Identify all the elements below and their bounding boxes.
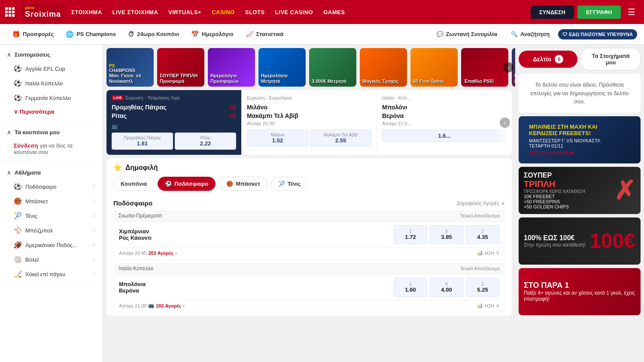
sports-header[interactable]: ∧ Αθλήματα bbox=[0, 166, 103, 179]
banner-ps5-prize[interactable]: Έπαθλο PS5! bbox=[461, 48, 508, 87]
markets-arrow-2[interactable]: › bbox=[183, 303, 185, 308]
h2h-button-2[interactable]: 📊 H2H ∨ bbox=[477, 303, 499, 308]
nav-casino[interactable]: CASINO bbox=[212, 9, 235, 15]
odd-button-milano[interactable]: Μιλάνο 1.52 bbox=[247, 130, 308, 147]
tab-coupons[interactable]: Κουπόνια bbox=[113, 177, 154, 191]
subnav-pschampions[interactable]: 🌐 PS Champions bbox=[61, 28, 121, 41]
odd-x-bologna[interactable]: Χ 4.00 bbox=[430, 278, 463, 297]
banner-3k[interactable]: 3.000€ Μετρητά bbox=[309, 48, 356, 87]
nav-links: ΣΤΟΙΧΗΜΑ LIVE ΣΤΟΙΧΗΜΑ VIRTUALS+ CASINO … bbox=[71, 9, 527, 15]
sidebar-item-efl[interactable]: ⚽ Αγγλία EFL Cup bbox=[0, 61, 103, 76]
banner-offer[interactable]: Ημερολόγιο Προσφορών bbox=[208, 48, 255, 87]
nav-stoixima[interactable]: ΣΤΟΙΧΗΜΑ bbox=[71, 9, 102, 15]
nav-livecasino[interactable]: LIVE CASINO bbox=[275, 9, 313, 15]
odd-2-hibernian[interactable]: 2 4.35 bbox=[466, 225, 499, 244]
star-icon-tennis[interactable]: ✩ bbox=[91, 213, 96, 219]
odd-2-bologna[interactable]: 2 5.25 bbox=[466, 278, 499, 297]
banner-magic-wheel[interactable]: Μαγικός Τροχός bbox=[360, 48, 407, 87]
sidebar-item-italy-cup[interactable]: ⚽ Ιταλία Κύπελλο bbox=[0, 76, 103, 90]
tab-tennis[interactable]: 🎾 Τένις bbox=[271, 177, 308, 191]
my-bets-button[interactable]: Τα Στοιχήματά μου bbox=[581, 48, 641, 70]
right-panel: Δελτίο 0 Τα Στοιχήματά μου Το δελτίο σου… bbox=[515, 45, 644, 362]
live-card-milano: Ευρώπη - Ευρωλίγκα Μιλάνο Μακάμπι Τελ Αβ… bbox=[242, 90, 377, 155]
match-row-hibernian: Χιμπέρνιαν Ρος Κάουντι 1 1.72 Χ 3.85 bbox=[113, 221, 505, 248]
star-icon-american-football[interactable]: ✩ bbox=[91, 242, 96, 248]
subnav-calendar[interactable]: 📅 Ημερολόγιο bbox=[186, 28, 238, 41]
sidebar-sport-football[interactable]: ⚽ Ποδόσφαιρο ✩ bbox=[0, 179, 103, 194]
markets-link-2[interactable]: 202 Αγορές bbox=[156, 303, 181, 308]
shortcuts-more[interactable]: ∨ Περισσότερα bbox=[0, 105, 103, 118]
shortcuts-header[interactable]: ∧ Συντομεύσεις bbox=[0, 48, 103, 61]
sidebar-sport-tennis[interactable]: 🎾 Τένις ✩ bbox=[0, 208, 103, 223]
coupon-login-link[interactable]: Σύνδεση bbox=[14, 142, 38, 149]
promo-card-super-triple[interactable]: ΣΟΥΠΕΡ ΤΡΙΠΛΗ ΠΡΟΣΦΟΡΑ ΧΩΡΙΣ ΚΑΤΑΘΕΣΗ 10… bbox=[519, 167, 641, 214]
promo-card-para1[interactable]: ΣΤΟ ΠΑΡΑ 1 Παίξε 4+ αγώνες και αν χάσεις… bbox=[519, 268, 641, 315]
responsible-gambling-badge[interactable]: 🛡 ΕΔΩ ΠΑΙΖΟΥΜΕ ΥΠΕΥΘΥΝΑ bbox=[558, 29, 637, 39]
sidebar-sport-hockey[interactable]: 🏒 Χόκεϊ επί πάγου ✩ bbox=[0, 267, 103, 281]
chevron-down-icon-markets: ∨ bbox=[501, 200, 505, 206]
nav-live[interactable]: LIVE ΣΤΟΙΧΗΜΑ bbox=[112, 9, 158, 15]
betslip-button[interactable]: Δελτίο 0 bbox=[519, 51, 577, 68]
my-coupons-header[interactable]: ∧ Τα κουπόνια μου bbox=[0, 126, 103, 139]
subnav-calendar-label: Ημερολόγιο bbox=[202, 31, 233, 37]
live-card-header-1: LIVE Ευρώπη - Τσάμπιονς Λιγκ bbox=[112, 95, 236, 100]
promo-inner-para1: ΣΤΟ ΠΑΡΑ 1 Παίξε 4+ αγώνες και αν χάσεις… bbox=[519, 268, 641, 315]
promo-triple-x-icon: ✗ bbox=[614, 175, 635, 205]
tab-tennis-icon: 🎾 bbox=[278, 181, 285, 187]
banner-calendar[interactable]: Ημερολόγιο Μετρητά bbox=[258, 48, 306, 87]
star-icon-football[interactable]: ✩ bbox=[91, 184, 96, 190]
chat-label: Ζωντανή Συνομιλία bbox=[446, 31, 497, 37]
sidebar-sport-volleyball[interactable]: 🏐 Βόλεϊ ✩ bbox=[0, 252, 103, 267]
search-button[interactable]: 🔍 Αναζήτηση bbox=[506, 28, 555, 40]
h2h-button-1[interactable]: 📊 H2H ∨ bbox=[477, 250, 499, 256]
hamburger-menu-button[interactable]: ☰ bbox=[624, 5, 639, 19]
odd-1-bologna[interactable]: 1 1.60 bbox=[394, 278, 427, 297]
promo-card-freebets[interactable]: ΜΠΑΙΝΕΙΣ ΣΤΗ ΜΑΧΗ ΚΑΙ ΚΕΡΔΙΖΕΙΣ FREEBETS… bbox=[519, 116, 641, 163]
sport-volleyball-label: Βόλεϊ bbox=[25, 256, 39, 263]
nav-virtuals[interactable]: VIRTUALS+ bbox=[168, 9, 201, 15]
odd-button-maccabi[interactable]: Μακάμπι Τελ Αβίβ 2.55 bbox=[310, 130, 371, 147]
odd-button-bologna[interactable]: 1.6... bbox=[382, 130, 507, 142]
live-chat-button[interactable]: 💬 Ζωντανή Συνομιλία bbox=[431, 28, 502, 40]
star-icon-baseball[interactable]: ✩ bbox=[91, 227, 96, 233]
odd-x-hibernian[interactable]: Χ 3.85 bbox=[430, 225, 463, 244]
banner-super-triple[interactable]: ΣΟΥΠΕΡ ΤΡΙΠΛΗ Προσφορά bbox=[157, 48, 204, 87]
tab-football[interactable]: ⚽ Ποδόσφαιρο bbox=[158, 177, 216, 191]
logo[interactable]: game Sroixima bbox=[21, 4, 64, 21]
carousel-next-live[interactable]: › bbox=[500, 118, 510, 128]
sidebar-sport-american-football[interactable]: 🏈 Αμερικάνικο Ποδός... ✩ bbox=[0, 238, 103, 252]
odd-button-promethe[interactable]: Προμηθέας Πάτρας 1.61 bbox=[112, 133, 173, 150]
nav-slots[interactable]: SLOTS bbox=[245, 9, 265, 15]
tv-icon-1[interactable]: 📺 bbox=[112, 123, 118, 129]
promo-triple-text: ΣΟΥΠΕΡ ΤΡΙΠΛΗ ΠΡΟΣΦΟΡΑ ΧΩΡΙΣ ΚΑΤΑΘΕΣΗ 10… bbox=[524, 172, 609, 209]
gift-icon: 🎁 bbox=[12, 30, 20, 38]
my-coupons-section: ∧ Τα κουπόνια μου Σύνδεση για να δεις τα… bbox=[0, 122, 103, 163]
markets-arrow-1[interactable]: › bbox=[175, 250, 177, 256]
register-button[interactable]: ΕΓΓΡΑΦΗ bbox=[577, 6, 621, 19]
subnav-stats[interactable]: 📈 Στατιστικά bbox=[240, 28, 289, 41]
live-league-2: Ευρώπη - Ευρωλίγκα bbox=[247, 95, 292, 100]
promo-freebets-cta[interactable]: ΕΝΤAΞΕ ΔΩΡΕΑΝ ▶ bbox=[529, 150, 630, 156]
subnav-24coupon[interactable]: ⏱ 24ωρο Κουπόνι bbox=[123, 28, 184, 40]
grid-menu-icon[interactable] bbox=[5, 7, 15, 17]
subnav-offers[interactable]: 🎁 Προσφορές bbox=[7, 28, 59, 41]
star-icon-hockey[interactable]: ✩ bbox=[91, 271, 96, 277]
match-odds-1: 1 1.72 Χ 3.85 2 4.35 bbox=[394, 225, 499, 244]
nav-games[interactable]: GAMES bbox=[323, 9, 345, 15]
star-icon-basketball[interactable]: ✩ bbox=[91, 198, 96, 204]
popular-markets-dropdown[interactable]: Δημοφιλείς Αγορές ∨ bbox=[456, 200, 505, 206]
banner-60-freespins[interactable]: 60 Free Spins bbox=[410, 48, 458, 87]
odd-1-hibernian[interactable]: 1 1.72 bbox=[394, 225, 427, 244]
sidebar-sport-baseball[interactable]: ⚾ Μπέιζμπολ ✩ bbox=[0, 223, 103, 238]
sidebar-sport-basketball[interactable]: 🏀 Μπάσκετ ✩ bbox=[0, 194, 103, 208]
promo-card-bonus100[interactable]: 100% ΕΩΣ 100€ Στην πρώτη σου κατάθεση! 1… bbox=[519, 217, 641, 265]
tab-basketball[interactable]: 🏀 Μπάσκετ bbox=[219, 177, 267, 191]
sidebar-item-germany-cup[interactable]: ⚽ Γερμανία Κύπελλο bbox=[0, 90, 103, 105]
markets-link-1[interactable]: 203 Αγορές bbox=[148, 250, 173, 256]
star-icon-volleyball[interactable]: ✩ bbox=[91, 256, 96, 262]
banner-ps-champions[interactable]: PS CHAMPIONS Μαν. Γιουν. vs Νιούκαστλ bbox=[106, 48, 154, 87]
carousel-next-button[interactable]: › bbox=[503, 62, 513, 72]
team-bologna: Μπολόνια bbox=[119, 281, 394, 287]
odd-button-ritas[interactable]: Ρίτας 2.22 bbox=[175, 133, 236, 150]
login-button[interactable]: ΣΥΝΔΕΣΗ bbox=[531, 6, 574, 19]
